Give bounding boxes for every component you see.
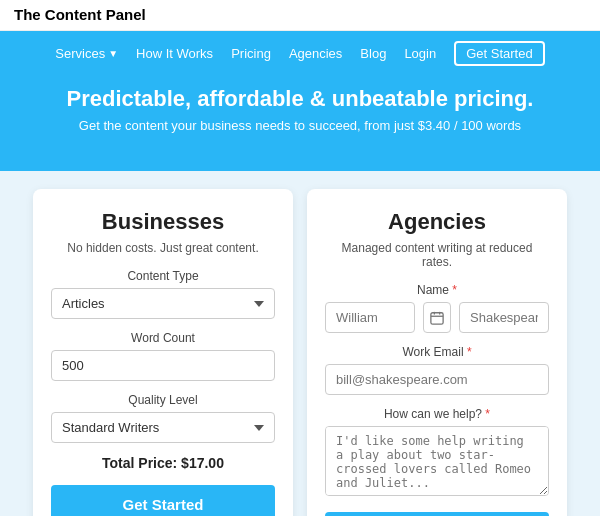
nav-item-blog[interactable]: Blog xyxy=(360,46,386,61)
nav-item-pricing[interactable]: Pricing xyxy=(231,46,271,61)
top-bar: The Content Panel xyxy=(0,0,600,31)
agencies-card: Agencies Managed content writing at redu… xyxy=(307,189,567,516)
navigation-section: Services ▼ How It Works Pricing Agencies… xyxy=(0,31,600,171)
site-logo: The Content Panel xyxy=(14,6,146,23)
word-count-input[interactable] xyxy=(51,350,275,381)
chevron-down-icon: ▼ xyxy=(108,48,118,59)
calendar-icon xyxy=(423,302,451,333)
email-required-marker: * xyxy=(467,345,472,359)
work-email-input[interactable] xyxy=(325,364,549,395)
hero-subheading: Get the content your business needs to s… xyxy=(20,118,580,133)
name-group: Name * xyxy=(325,283,549,333)
name-required-marker: * xyxy=(452,283,457,297)
name-row xyxy=(325,302,549,333)
businesses-card-title: Businesses xyxy=(51,209,275,235)
businesses-card: Businesses No hidden costs. Just great c… xyxy=(33,189,293,516)
contact-us-button[interactable]: Contact Us xyxy=(325,512,549,516)
word-count-group: Word Count xyxy=(51,331,275,381)
svg-rect-0 xyxy=(431,312,443,323)
quality-level-select[interactable]: Standard Writers Expert Writers Premium … xyxy=(51,412,275,443)
content-type-select[interactable]: Articles Blog Posts Product Descriptions… xyxy=(51,288,275,319)
hero-section: Predictable, affordable & unbeatable pri… xyxy=(0,76,600,153)
content-type-label: Content Type xyxy=(51,269,275,283)
cards-area: Businesses No hidden costs. Just great c… xyxy=(0,171,600,516)
nav-item-services[interactable]: Services ▼ xyxy=(55,46,118,61)
work-email-group: Work Email * xyxy=(325,345,549,395)
businesses-card-subtitle: No hidden costs. Just great content. xyxy=(51,241,275,255)
last-name-input[interactable] xyxy=(459,302,549,333)
total-price: Total Price: $17.00 xyxy=(51,455,275,471)
word-count-label: Word Count xyxy=(51,331,275,345)
businesses-get-started-button[interactable]: Get Started xyxy=(51,485,275,516)
nav-get-started-button[interactable]: Get Started xyxy=(454,41,544,66)
nav-item-how-it-works[interactable]: How It Works xyxy=(136,46,213,61)
help-required-marker: * xyxy=(485,407,490,421)
name-label: Name * xyxy=(325,283,549,297)
quality-level-group: Quality Level Standard Writers Expert Wr… xyxy=(51,393,275,443)
quality-level-label: Quality Level xyxy=(51,393,275,407)
nav-item-login[interactable]: Login xyxy=(404,46,436,61)
help-textarea[interactable] xyxy=(325,426,549,496)
help-label: How can we help? * xyxy=(325,407,549,421)
hero-heading: Predictable, affordable & unbeatable pri… xyxy=(20,86,580,112)
agencies-card-title: Agencies xyxy=(325,209,549,235)
content-type-group: Content Type Articles Blog Posts Product… xyxy=(51,269,275,319)
first-name-input[interactable] xyxy=(325,302,415,333)
work-email-label: Work Email * xyxy=(325,345,549,359)
help-group: How can we help? * xyxy=(325,407,549,500)
nav-item-agencies[interactable]: Agencies xyxy=(289,46,342,61)
nav-links: Services ▼ How It Works Pricing Agencies… xyxy=(0,41,600,76)
agencies-card-subtitle: Managed content writing at reduced rates… xyxy=(325,241,549,269)
